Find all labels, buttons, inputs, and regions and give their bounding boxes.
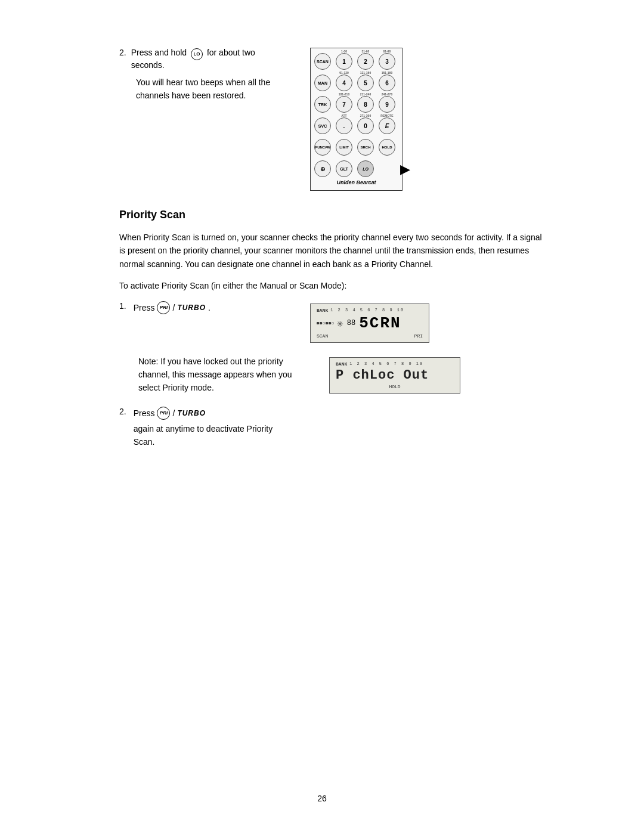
uniden-brand-label: Uniden Bearcat xyxy=(314,179,398,185)
plus-btn: ⊕ xyxy=(314,160,331,177)
note-label: Note: xyxy=(138,357,160,366)
step2-rest-text: again at anytime to deactivate Priority … xyxy=(134,422,286,449)
note-content: If you have locked out the priority chan… xyxy=(138,357,292,393)
lcd2-main-text: P chLoc Out xyxy=(336,368,454,383)
scanner-image-top: SCAN 1-30 1 31-60 2 61-90 3 xyxy=(310,48,402,191)
btn-4: 91-120 4 xyxy=(336,75,352,91)
step1-num: 1. xyxy=(119,301,126,311)
lcd-bank-label: BANK xyxy=(317,308,328,313)
glt-btn: GLT xyxy=(336,160,352,177)
btn-dot: . ATT xyxy=(336,117,352,134)
lcd-box-pchlocout: BANK 1 2 3 4 5 6 7 8 9 10 P chLoc Out HO… xyxy=(329,357,460,394)
step1-block: 1. Press PRI / TURBO . BANK 1 2 3 4 5 6 … xyxy=(119,301,549,343)
lcd2-bank-nums: 1 2 3 4 5 6 7 8 9 10 xyxy=(349,361,423,366)
page: 2. Press and hold LO for about two secon… xyxy=(0,0,644,833)
svc-btn: SVC xyxy=(314,117,331,134)
lo-btn-scanner: LO xyxy=(357,160,374,177)
step2-text: 2. Press and hold LO for about two secon… xyxy=(119,48,286,102)
lcd-sun-icon: ✳ xyxy=(337,317,343,330)
btn-7: 181-210 7 xyxy=(336,96,352,113)
pri-btn-ref: PRI xyxy=(157,301,170,314)
arrow-indicator: ▶ xyxy=(400,162,410,177)
hold-btn: HOLD xyxy=(379,139,395,156)
step2-para: You will hear two beeps when all the cha… xyxy=(136,76,286,103)
note-block: Note: If you have locked out the priorit… xyxy=(138,355,549,395)
page-number: 26 xyxy=(317,794,327,803)
period-ref: . xyxy=(208,303,210,312)
step2-num: 2. xyxy=(119,407,126,416)
turbo-ref2: TURBO xyxy=(177,409,206,417)
btn-6: 151-180 6 xyxy=(379,75,395,91)
step2-lo-btn: LO xyxy=(191,48,203,60)
step2-press: Press xyxy=(134,408,155,418)
lcd2-bank-row: BANK 1 2 3 4 5 6 7 8 9 10 xyxy=(336,361,454,367)
lcd-box-scan: BANK 1 2 3 4 5 6 7 8 9 10 xyxy=(310,304,429,343)
section-step2-top: 2. Press and hold LO for about two secon… xyxy=(119,48,549,191)
slash-ref: / xyxy=(172,303,175,312)
srch-btn: SRCH xyxy=(357,139,374,156)
btn-3: 61-90 3 xyxy=(379,53,395,70)
lcd2-hold-label: HOLD xyxy=(336,384,454,389)
btn-e: E REMOTE xyxy=(379,117,395,134)
lcd-scan-text: 5CRN xyxy=(359,314,401,332)
btn-8: 211-240 8 xyxy=(357,96,374,113)
step2-text1: Press and hold xyxy=(131,48,187,57)
lcd-display-1: BANK 1 2 3 4 5 6 7 8 9 10 xyxy=(310,301,549,343)
btn-9: 241-270 9 xyxy=(379,96,395,113)
btn-2: 31-60 2 xyxy=(357,53,374,70)
step1-press: Press xyxy=(134,303,155,312)
lcd-pri-label: PRI xyxy=(414,333,423,339)
step2-block: 2. Press PRI / TURBO again at anytime to… xyxy=(119,407,549,449)
btn-5: 121-150 5 xyxy=(357,75,374,91)
lcd-bottom-labels: SCAN PRI xyxy=(317,333,423,339)
scan-btn: SCAN xyxy=(314,53,331,70)
note-text-col: Note: If you have locked out the priorit… xyxy=(138,355,305,395)
btn-1: 1-30 1 xyxy=(336,53,352,70)
priority-scan-para1: When Priority Scan is turned on, your sc… xyxy=(119,231,549,271)
pri-btn-ref2: PRI xyxy=(157,407,170,420)
step1-text-col: 1. Press PRI / TURBO . xyxy=(119,301,286,314)
step2-text-col: 2. Press PRI / TURBO again at anytime to… xyxy=(119,407,286,449)
btn-0: 271-300 0 xyxy=(357,117,374,134)
limit-btn: LIMIT xyxy=(336,139,352,156)
func-btn: FUNCPRI xyxy=(314,139,331,156)
priority-scan-heading: Priority Scan xyxy=(119,209,549,221)
lcd-bank-nums: 1 2 3 4 5 6 7 8 9 10 xyxy=(330,308,404,312)
note-with-display: Note: If you have locked out the priorit… xyxy=(138,355,549,395)
man-btn: MAN xyxy=(314,75,331,91)
lcd-scan-label: SCAN xyxy=(317,333,328,339)
lcd2-bank-label: BANK xyxy=(336,361,347,367)
lcd-main-area: ✳ 88 5CRN xyxy=(337,314,401,332)
slash-ref2: / xyxy=(172,408,175,418)
lcd-dot-indicators xyxy=(317,314,335,332)
lcd-bank-row: BANK 1 2 3 4 5 6 7 8 9 10 xyxy=(317,308,423,313)
step-number-2: 2. xyxy=(119,48,126,70)
lcd-display-2: BANK 1 2 3 4 5 6 7 8 9 10 P chLoc Out HO… xyxy=(329,355,460,394)
priority-scan-para2: To activate Priority Scan (in either the… xyxy=(119,279,549,292)
lcd-channel-num: 88 xyxy=(347,319,355,327)
trk-btn: TRK xyxy=(314,96,331,113)
turbo-ref: TURBO xyxy=(177,304,206,312)
